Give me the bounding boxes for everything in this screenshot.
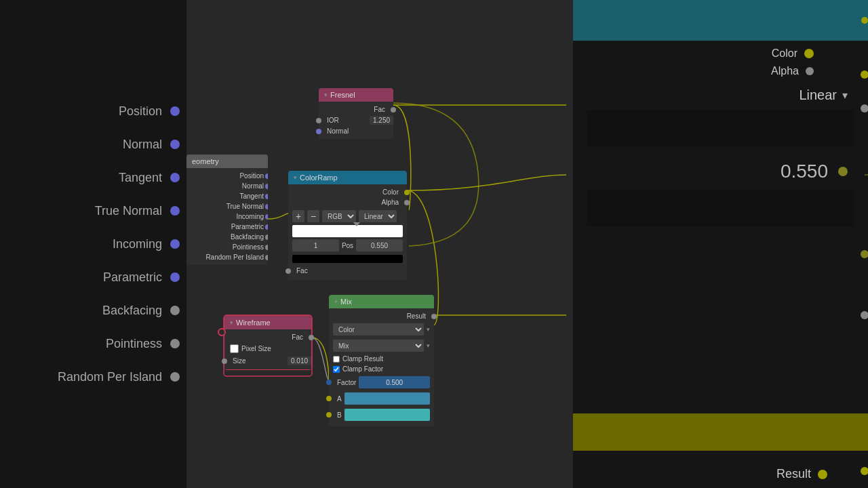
- fresnel-ior-value[interactable]: 1.250: [370, 116, 393, 125]
- colorramp-socket-color: [404, 190, 410, 195]
- colorramp-mode-select[interactable]: RGB: [322, 210, 356, 222]
- right-top-bar: [573, 0, 868, 41]
- colorramp-gradient-bar[interactable]: [292, 225, 403, 237]
- wireframe-socket-fac: [309, 335, 314, 340]
- socket-parametric: [170, 272, 180, 282]
- colorramp-socket-alpha: [404, 200, 410, 205]
- socket-tangent: [170, 173, 180, 182]
- node-colorramp-header: ▾ ColorRamp: [288, 171, 407, 184]
- mix-clampfactor-checkbox[interactable]: [333, 366, 340, 373]
- right-value-display: 0.550: [781, 161, 828, 182]
- mix-color-chevron: ▾: [427, 326, 430, 333]
- socket-incoming: [170, 239, 180, 249]
- wireframe-socket-size: [222, 359, 227, 364]
- colorramp-socket-fac: [285, 268, 291, 274]
- colorramp-remove-button[interactable]: −: [307, 210, 319, 222]
- node-geometry-body: Position Normal Tangent True Normal Inco…: [186, 168, 268, 265]
- right-alpha-row: Alpha: [573, 60, 868, 77]
- colorramp-interp-select[interactable]: Linear: [359, 210, 397, 222]
- fresnel-socket-ior: [316, 118, 321, 123]
- mix-clampfactor-row: Clamp Factor: [329, 364, 434, 374]
- colorramp-add-button[interactable]: +: [292, 210, 304, 222]
- geom-socket-pointiness: Pointiness: [186, 242, 268, 252]
- node-fresnel[interactable]: ▾ Fresnel Fac IOR 1.250 Normal: [319, 88, 393, 139]
- svg-point-3: [861, 250, 868, 258]
- colorramp-stop-arrow[interactable]: [353, 222, 360, 226]
- left-label-position: Position: [119, 104, 162, 119]
- right-linear-row[interactable]: Linear ▾: [573, 77, 868, 103]
- colorramp-controls: + − RGB Linear: [288, 207, 407, 225]
- wireframe-size-value[interactable]: 0.010: [288, 357, 311, 365]
- left-item-truenormal: True Normal: [7, 204, 180, 218]
- right-alpha-label: Alpha: [771, 65, 799, 77]
- socket-backfacing: [170, 306, 180, 315]
- colorramp-collapse-icon[interactable]: ▾: [294, 174, 297, 181]
- right-bottom-bar: [573, 413, 868, 451]
- geom-out-position: [265, 174, 268, 179]
- svg-point-2: [861, 104, 868, 113]
- chevron-down-icon[interactable]: ▾: [842, 89, 848, 102]
- left-item-backfacing: Backfacing: [7, 304, 180, 318]
- wireframe-pixelsize-checkbox[interactable]: [230, 344, 239, 353]
- geom-socket-incoming: Incoming: [186, 211, 268, 222]
- fresnel-out-fac: Fac: [319, 104, 393, 115]
- right-result-label: Result: [776, 467, 811, 481]
- socket-pointiness: [170, 339, 180, 348]
- node-wireframe[interactable]: ▾ Wireframe Fac Pixel Size Size 0.010: [224, 315, 312, 370]
- left-item-parametric: Parametric: [7, 270, 180, 285]
- socket-normal: [170, 140, 180, 149]
- mix-factor-input[interactable]: [359, 376, 430, 388]
- right-linear-label: Linear: [799, 87, 837, 103]
- mix-clampresult-row: Clamp Result: [329, 354, 434, 364]
- node-fresnel-header: ▾ Fresnel: [319, 88, 393, 102]
- node-mix[interactable]: ▾ Mix Result Color ▾ Mix ▾: [329, 295, 434, 426]
- geom-out-parametric: [265, 224, 268, 230]
- left-label-randomperi: Random Per Island: [58, 370, 162, 384]
- node-wireframe-body: Fac Pixel Size Size 0.010: [224, 329, 311, 369]
- wireframe-collapse-icon[interactable]: ▾: [230, 319, 233, 326]
- right-black-box-1: [587, 110, 854, 147]
- node-mix-header: ▾ Mix: [329, 295, 434, 308]
- mix-mode-select[interactable]: Mix: [333, 340, 424, 352]
- geom-socket-position: Position: [186, 171, 268, 181]
- right-result-row: Result: [573, 467, 868, 481]
- node-editor[interactable]: eometry Position Normal Tangent True Nor…: [186, 0, 573, 488]
- left-item-normal: Normal: [7, 138, 180, 152]
- wireframe-out-fac: Fac: [224, 332, 311, 342]
- right-value-row: 0.550: [573, 154, 868, 182]
- left-panel: Position Normal Tangent True Normal Inco…: [0, 0, 186, 488]
- mix-collapse-icon[interactable]: ▾: [334, 298, 338, 305]
- geom-socket-randomperi: Random Per Island: [186, 252, 268, 262]
- left-label-tangent: Tangent: [119, 171, 162, 185]
- mix-socket-b: [326, 412, 332, 418]
- colorramp-pos-input[interactable]: [356, 239, 403, 251]
- geom-out-backfacing: [265, 235, 268, 240]
- right-color-label: Color: [772, 47, 797, 60]
- node-colorramp[interactable]: ▾ ColorRamp Color Alpha + − RGB: [288, 171, 407, 280]
- node-geometry[interactable]: eometry Position Normal Tangent True Nor…: [186, 155, 268, 265]
- mix-a-swatch[interactable]: [344, 392, 430, 405]
- right-color-row: Color: [573, 41, 868, 60]
- fresnel-socket-normal: [316, 129, 321, 134]
- node-geometry-header: eometry: [186, 155, 268, 168]
- geom-out-pointiness: [265, 245, 268, 250]
- socket-right-alpha: [806, 67, 814, 75]
- colorramp-index-input[interactable]: [292, 239, 339, 251]
- socket-right-color: [804, 49, 814, 58]
- geom-socket-backfacing: Backfacing: [186, 232, 268, 242]
- node-mix-body: Result Color ▾ Mix ▾ Clamp Result: [329, 308, 434, 426]
- fresnel-in-ior: IOR 1.250: [319, 115, 393, 126]
- geom-out-incoming: [265, 214, 268, 220]
- socket-randomperi: [170, 372, 180, 382]
- mix-mode-chevron: ▾: [427, 342, 430, 349]
- left-label-pointiness: Pointiness: [106, 337, 162, 351]
- fresnel-collapse-icon[interactable]: ▾: [324, 92, 328, 98]
- geom-socket-parametric: Parametric: [186, 222, 268, 232]
- node-fresnel-body: Fac IOR 1.250 Normal: [319, 102, 393, 139]
- geom-out-truenormal: [265, 204, 268, 209]
- mix-color-select[interactable]: Color: [333, 323, 424, 336]
- mix-clampresult-checkbox[interactable]: [333, 356, 340, 363]
- fresnel-socket-fac: [391, 107, 396, 113]
- geom-socket-tangent: Tangent: [186, 191, 268, 201]
- mix-b-swatch[interactable]: [344, 409, 430, 421]
